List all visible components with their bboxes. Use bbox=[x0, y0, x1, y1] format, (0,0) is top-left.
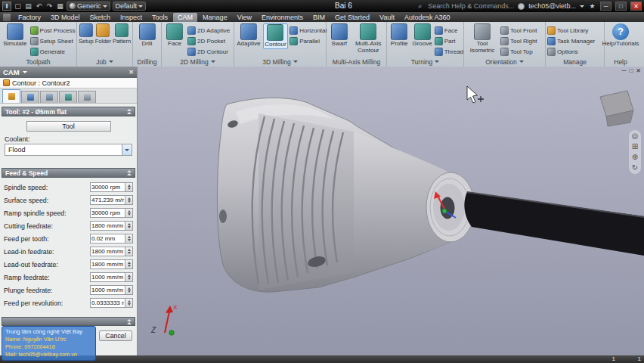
help-tutorials-button[interactable]: ? Help/Tutorials bbox=[605, 23, 636, 48]
profile-button[interactable]: Profile bbox=[389, 23, 410, 48]
lead-out-feedrate-input[interactable] bbox=[90, 259, 125, 269]
menu-tab-autodesk-a360[interactable]: Autodesk A360 bbox=[400, 13, 455, 22]
ribbon-group-label-turning[interactable]: Turning bbox=[387, 57, 463, 67]
redo-icon[interactable]: ↷ bbox=[45, 2, 54, 10]
spinner[interactable] bbox=[125, 298, 133, 308]
feed-per-revolution-input[interactable] bbox=[90, 298, 125, 308]
save-icon[interactable]: ▤ bbox=[24, 2, 33, 10]
tool-library-button[interactable]: Tool Library bbox=[547, 26, 595, 36]
ribbon-group-label-job[interactable]: Job bbox=[77, 57, 132, 67]
chevron-down-icon[interactable] bbox=[580, 5, 584, 8]
menu-tab-tools[interactable]: Tools bbox=[147, 13, 172, 22]
setup-button[interactable]: Setup bbox=[79, 23, 94, 45]
doc-minimize-icon[interactable]: ─ bbox=[622, 67, 627, 74]
pan-icon[interactable]: ⊞ bbox=[632, 143, 638, 150]
menu-tab-manage[interactable]: Manage bbox=[198, 13, 232, 22]
cutter-tool[interactable] bbox=[464, 192, 644, 256]
spinner[interactable] bbox=[125, 234, 133, 244]
window-maximize-button[interactable]: □ bbox=[615, 2, 627, 11]
spinner[interactable] bbox=[125, 259, 133, 269]
tab-linking[interactable] bbox=[78, 91, 96, 103]
chevron-down-icon[interactable] bbox=[23, 71, 27, 73]
turn-face-button[interactable]: Face bbox=[435, 26, 462, 36]
tool-front-button[interactable]: Tool Front bbox=[500, 26, 537, 36]
viewcube[interactable] bbox=[600, 91, 633, 126]
app-menu-icon[interactable] bbox=[3, 14, 11, 21]
tool-isometric-button[interactable]: Tool Isometric bbox=[466, 23, 499, 54]
task-manager-button[interactable]: Task Manager bbox=[547, 36, 595, 46]
spinner[interactable] bbox=[125, 182, 133, 192]
spindle-speed-input[interactable] bbox=[90, 182, 125, 192]
signed-in-user[interactable]: tech05@vietb... bbox=[528, 2, 576, 10]
options-button[interactable]: Options bbox=[547, 47, 595, 57]
feed-per-tooth-input[interactable] bbox=[90, 234, 125, 244]
tab-tool[interactable] bbox=[2, 89, 20, 103]
doc-restore-icon[interactable]: □ bbox=[629, 67, 633, 74]
pattern-button[interactable]: Pattern bbox=[113, 23, 131, 45]
ribbon-group-label-toolpath[interactable]: Toolpath bbox=[0, 57, 76, 67]
surface-speed-input[interactable] bbox=[90, 195, 125, 205]
setup-sheet-button[interactable]: Setup Sheet bbox=[30, 36, 75, 46]
tab-geometry[interactable] bbox=[21, 91, 39, 103]
ribbon-group-label-2d-milling[interactable]: 2D Milling bbox=[162, 57, 234, 67]
menu-tab-sketch[interactable]: Sketch bbox=[85, 13, 116, 22]
search-icon[interactable]: ⌕ bbox=[416, 2, 424, 11]
model-3d[interactable]: Z X bbox=[138, 67, 644, 355]
ramp-spindle-speed-input[interactable] bbox=[90, 208, 125, 218]
undo-icon[interactable]: ↶ bbox=[35, 2, 43, 10]
ribbon-group-label-manage[interactable]: Manage bbox=[546, 57, 604, 67]
multi-axis-contour-button[interactable]: Multi-Axis Contour bbox=[352, 23, 385, 54]
menu-tab-inspect[interactable]: Inspect bbox=[116, 13, 147, 22]
orbit-icon[interactable]: ↻ bbox=[632, 164, 638, 172]
tool-right-button[interactable]: Tool Right bbox=[500, 36, 537, 46]
post-process-button[interactable]: Post Process bbox=[30, 26, 75, 36]
simulate-button[interactable]: Simulate bbox=[2, 23, 29, 48]
cancel-button[interactable]: Cancel bbox=[99, 330, 132, 341]
ribbon-group-label-orientation[interactable]: Orientation bbox=[464, 57, 545, 67]
doc-close-icon[interactable]: ✕ bbox=[636, 67, 641, 74]
spinner[interactable] bbox=[125, 208, 133, 218]
folder-button[interactable]: Folder bbox=[95, 23, 111, 45]
menu-tab-3d-model[interactable]: 3D Model bbox=[46, 13, 85, 22]
search-input[interactable]: Search Help & Commands... bbox=[428, 2, 514, 10]
spinner[interactable] bbox=[125, 285, 133, 295]
face-2d-button[interactable]: Face bbox=[163, 23, 186, 48]
lead-in-feedrate-input[interactable] bbox=[90, 247, 125, 256]
menu-tab-get-started[interactable]: Get Started bbox=[330, 13, 374, 22]
new-file-icon[interactable]: ▢ bbox=[14, 2, 22, 10]
appearance-dropdown[interactable]: Default bbox=[113, 2, 147, 11]
window-minimize-button[interactable]: ─ bbox=[600, 2, 611, 11]
coolant-select[interactable]: Flood bbox=[5, 144, 132, 156]
inventor-app-icon[interactable]: I bbox=[2, 2, 11, 11]
spinner[interactable] bbox=[125, 221, 133, 231]
adaptive-3d-button[interactable]: Adaptive bbox=[236, 23, 262, 48]
ribbon-group-label-help[interactable]: Help bbox=[605, 57, 636, 67]
turn-thread-button[interactable]: Thread bbox=[435, 47, 462, 57]
zoom-icon[interactable]: ⊕ bbox=[632, 154, 638, 161]
tool-select-button[interactable]: Tool bbox=[26, 121, 111, 132]
ramp-feedrate-input[interactable] bbox=[90, 272, 125, 282]
horizontal-button[interactable]: Horizontal bbox=[289, 26, 324, 36]
spinner[interactable] bbox=[125, 272, 133, 282]
tab-heights[interactable] bbox=[40, 91, 58, 103]
dropdown-button[interactable] bbox=[122, 144, 132, 155]
menu-tab-factory[interactable]: Factory bbox=[14, 13, 45, 22]
generate-button[interactable]: Generate bbox=[30, 47, 75, 57]
tool-top-button[interactable]: Tool Top bbox=[500, 47, 537, 57]
menu-tab-cam[interactable]: CAM bbox=[173, 13, 197, 22]
spinner[interactable] bbox=[125, 195, 133, 205]
panel-close-icon[interactable]: ✕ bbox=[128, 69, 134, 76]
menu-tab-bim[interactable]: BIM bbox=[308, 13, 330, 22]
ribbon-group-label-drilling[interactable]: Drilling bbox=[133, 57, 161, 67]
favorites-star-icon[interactable]: ★ bbox=[588, 2, 596, 10]
material-dropdown[interactable]: Generic bbox=[67, 2, 110, 11]
2d-contour-button[interactable]: 2D Contour bbox=[187, 47, 230, 57]
contour-3d-button[interactable]: Contour bbox=[263, 23, 289, 49]
operation-node[interactable]: Contour : Contour2 bbox=[0, 78, 137, 88]
cutting-feedrate-input[interactable] bbox=[90, 221, 125, 231]
window-close-button[interactable]: ✕ bbox=[630, 2, 642, 11]
turn-part-button[interactable]: Part bbox=[435, 36, 462, 46]
menu-tab-environments[interactable]: Environments bbox=[257, 13, 308, 22]
plunge-feedrate-input[interactable] bbox=[90, 285, 125, 295]
viewport-canvas[interactable]: ─ □ ✕ bbox=[138, 67, 644, 355]
